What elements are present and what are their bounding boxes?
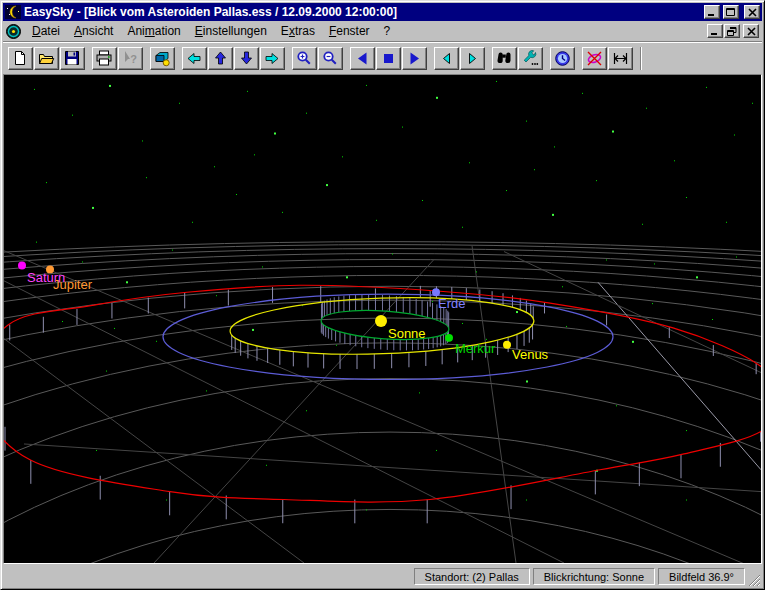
grid-radial-line bbox=[154, 259, 434, 563]
time-button[interactable] bbox=[550, 47, 575, 70]
star bbox=[516, 311, 518, 313]
star bbox=[254, 154, 255, 155]
mdi-restore-button[interactable] bbox=[724, 24, 740, 38]
star bbox=[606, 259, 607, 260]
star bbox=[179, 103, 180, 104]
pan-right-icon bbox=[264, 50, 281, 67]
pan-left-button[interactable] bbox=[182, 47, 207, 70]
star bbox=[674, 160, 675, 161]
star bbox=[596, 180, 597, 181]
star bbox=[462, 227, 463, 228]
maximize-button[interactable] bbox=[723, 5, 739, 19]
star bbox=[392, 254, 393, 255]
star bbox=[306, 410, 307, 411]
orbits-toggle-button[interactable] bbox=[582, 47, 607, 70]
toolbar-group bbox=[582, 47, 633, 70]
close-button[interactable] bbox=[744, 5, 760, 19]
star bbox=[526, 500, 527, 501]
star bbox=[562, 286, 563, 287]
play-backward-button[interactable] bbox=[350, 47, 375, 70]
planet-label-merkur: Merkur bbox=[455, 341, 496, 356]
planet-sonne[interactable] bbox=[375, 315, 387, 327]
context-help-button[interactable]: ? bbox=[118, 47, 143, 70]
step-forward-button[interactable] bbox=[460, 47, 485, 70]
step-forward-icon bbox=[464, 50, 481, 67]
mdi-window-buttons bbox=[707, 24, 759, 38]
grid-arc bbox=[4, 318, 761, 563]
star bbox=[436, 450, 437, 451]
star bbox=[506, 190, 507, 191]
star bbox=[262, 266, 263, 267]
star bbox=[526, 121, 527, 122]
toolbar-group bbox=[150, 47, 175, 70]
pan-down-button[interactable] bbox=[234, 47, 259, 70]
status-bar: Standort: (2) Pallas Blickrichtung: Sonn… bbox=[3, 564, 762, 587]
star bbox=[247, 91, 248, 92]
save-button[interactable] bbox=[60, 47, 85, 70]
zoom-in-button[interactable] bbox=[292, 47, 317, 70]
planet-merkur[interactable] bbox=[445, 334, 453, 342]
planet-saturn[interactable] bbox=[18, 261, 26, 269]
mdi-close-icon bbox=[747, 27, 756, 36]
close-icon bbox=[748, 8, 757, 17]
menu-help[interactable]: ? bbox=[377, 22, 398, 40]
stop-button[interactable] bbox=[376, 47, 401, 70]
star bbox=[526, 380, 528, 382]
star bbox=[142, 140, 143, 141]
settings-wrench-button[interactable] bbox=[518, 47, 543, 70]
play-forward-button[interactable] bbox=[402, 47, 427, 70]
menu-ansicht[interactable]: Ansicht bbox=[67, 22, 120, 40]
context-help-icon: ? bbox=[122, 50, 139, 67]
star bbox=[36, 242, 37, 243]
menu-extras[interactable]: Extras bbox=[274, 22, 322, 40]
star bbox=[336, 345, 337, 346]
star bbox=[686, 500, 687, 501]
grid-radial-line bbox=[598, 282, 761, 469]
star bbox=[706, 87, 707, 88]
star bbox=[496, 81, 497, 82]
star bbox=[166, 500, 167, 501]
new-document-button[interactable] bbox=[8, 47, 33, 70]
planet-jupiter[interactable] bbox=[46, 265, 54, 273]
zoom-out-button[interactable] bbox=[318, 47, 343, 70]
viewpoint-location-button[interactable] bbox=[150, 47, 175, 70]
star bbox=[156, 341, 157, 342]
star bbox=[146, 177, 147, 178]
window-title: EasySky - [Blick vom Asteroiden Pallas.e… bbox=[24, 5, 701, 19]
mdi-minimize-button[interactable] bbox=[707, 24, 723, 38]
star bbox=[266, 465, 267, 466]
star bbox=[696, 276, 698, 278]
resize-grip[interactable] bbox=[748, 570, 761, 587]
toolbar: ? bbox=[3, 42, 762, 74]
star bbox=[206, 390, 207, 391]
pan-up-button[interactable] bbox=[208, 47, 233, 70]
toolbar-group bbox=[182, 47, 285, 70]
star bbox=[752, 103, 753, 104]
toolbar-group bbox=[8, 47, 85, 70]
minimize-button[interactable] bbox=[704, 5, 720, 19]
grid-arc bbox=[4, 432, 761, 563]
planet-label-sonne: Sonne bbox=[388, 326, 426, 341]
planet-venus[interactable] bbox=[503, 341, 511, 349]
grid-radial-line bbox=[24, 444, 761, 492]
menu-animation[interactable]: Animation bbox=[120, 22, 187, 40]
toolbar-group bbox=[434, 47, 485, 70]
sky-canvas[interactable]: SaturnJupiterErdeSonneMerkurVenus bbox=[3, 74, 762, 564]
easysky-moon-icon bbox=[5, 5, 21, 19]
grid-arc bbox=[4, 245, 761, 563]
menu-einstellungen[interactable]: Einstellungen bbox=[188, 22, 274, 40]
mdi-close-button[interactable] bbox=[743, 24, 759, 38]
document-eye-icon bbox=[6, 24, 21, 39]
new-document-icon bbox=[12, 50, 29, 67]
print-button[interactable] bbox=[92, 47, 117, 70]
find-button[interactable] bbox=[492, 47, 517, 70]
open-file-button[interactable] bbox=[34, 47, 59, 70]
distance-button[interactable] bbox=[608, 47, 633, 70]
title-bar[interactable]: EasySky - [Blick vom Asteroiden Pallas.e… bbox=[3, 3, 762, 21]
menu-datei[interactable]: Datei bbox=[25, 22, 67, 40]
pan-right-button[interactable] bbox=[260, 47, 285, 70]
planet-erde[interactable] bbox=[432, 288, 440, 296]
step-backward-button[interactable] bbox=[434, 47, 459, 70]
star bbox=[686, 197, 687, 198]
menu-fenster[interactable]: Fenster bbox=[322, 22, 377, 40]
